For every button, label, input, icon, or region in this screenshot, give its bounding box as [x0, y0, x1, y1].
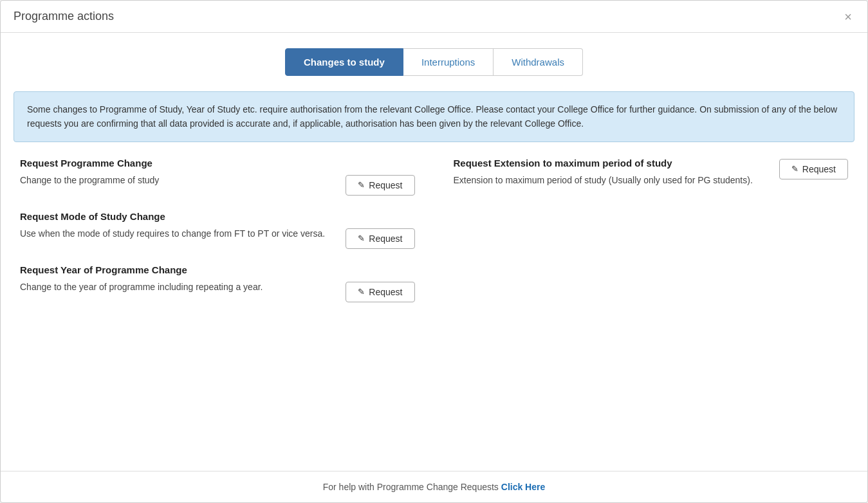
request-mode-change-button[interactable]: ✎ Request	[346, 228, 414, 249]
section-extension-text: Request Extension to maximum period of s…	[454, 158, 769, 187]
section-mode-change: Request Mode of Study Change Use when th…	[20, 211, 415, 249]
close-button[interactable]: ×	[842, 10, 854, 23]
section-mode-change-row: Use when the mode of study requires to c…	[20, 227, 415, 249]
request-programme-change-button[interactable]: ✎ Request	[346, 175, 414, 196]
tabs-row: Changes to study Interruptions Withdrawa…	[14, 48, 854, 76]
section-programme-change: Request Programme Change Change to the p…	[20, 158, 415, 196]
footer-text: For help with Programme Change Requests	[323, 482, 499, 492]
modal-title: Programme actions	[14, 10, 114, 23]
info-box: Some changes to Programme of Study, Year…	[14, 91, 854, 142]
pencil-icon: ✎	[358, 180, 365, 190]
modal-header: Programme actions ×	[1, 1, 867, 33]
section-extension-desc: Extension to maximum period of study (Us…	[454, 175, 753, 185]
tab-changes-to-study[interactable]: Changes to study	[285, 48, 403, 76]
section-extension-row: Request Extension to maximum period of s…	[454, 158, 849, 187]
programme-actions-modal: Programme actions × Changes to study Int…	[0, 0, 868, 503]
modal-footer: For help with Programme Change Requests …	[1, 471, 867, 502]
section-mode-change-desc: Use when the mode of study requires to c…	[20, 227, 335, 241]
section-mode-change-title: Request Mode of Study Change	[20, 211, 415, 222]
footer-click-here-link[interactable]: Click Here	[501, 482, 545, 492]
right-column: Request Extension to maximum period of s…	[454, 158, 849, 461]
section-year-change-title: Request Year of Programme Change	[20, 264, 415, 275]
pencil-icon-4: ✎	[791, 164, 799, 174]
tab-interruptions[interactable]: Interruptions	[403, 48, 494, 76]
content-grid: Request Programme Change Change to the p…	[14, 158, 854, 461]
section-programme-change-desc: Change to the programme of study	[20, 174, 335, 187]
pencil-icon-3: ✎	[358, 287, 365, 297]
close-icon: ×	[844, 10, 852, 24]
section-extension-title: Request Extension to maximum period of s…	[454, 158, 769, 169]
tab-withdrawals[interactable]: Withdrawals	[494, 48, 583, 76]
request-extension-button[interactable]: ✎ Request	[779, 159, 848, 179]
pencil-icon-2: ✎	[358, 233, 365, 243]
info-box-text: Some changes to Programme of Study, Year…	[27, 104, 837, 129]
modal-body: Changes to study Interruptions Withdrawa…	[1, 33, 867, 471]
section-year-change-desc: Change to the year of programme includin…	[20, 280, 335, 294]
section-programme-change-title: Request Programme Change	[20, 158, 415, 169]
request-programme-change-label: Request	[369, 180, 402, 190]
left-column: Request Programme Change Change to the p…	[20, 158, 415, 461]
request-extension-label: Request	[802, 164, 836, 174]
section-year-change: Request Year of Programme Change Change …	[20, 264, 415, 302]
section-year-change-row: Change to the year of programme includin…	[20, 280, 415, 302]
request-year-change-button[interactable]: ✎ Request	[346, 282, 414, 302]
request-year-change-label: Request	[369, 287, 402, 297]
request-mode-change-label: Request	[369, 233, 402, 244]
section-programme-change-row: Change to the programme of study ✎ Reque…	[20, 174, 415, 196]
section-extension: Request Extension to maximum period of s…	[454, 158, 849, 187]
